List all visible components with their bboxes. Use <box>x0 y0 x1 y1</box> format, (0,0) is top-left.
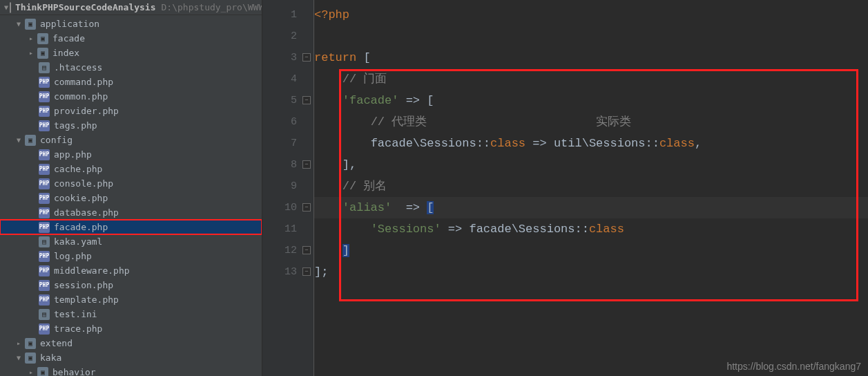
tree-file-testini[interactable]: ▤test.ini <box>0 307 262 321</box>
tree-file-command[interactable]: PHPcommand.php <box>0 75 262 89</box>
tree-folder-index[interactable]: ▸▣index <box>0 46 262 60</box>
tree-file-provider[interactable]: PHPprovider.php <box>0 104 262 118</box>
folder-icon: ▣ <box>37 367 48 377</box>
tree-label: session.php <box>54 280 113 290</box>
code-text: facade\Sessions:: <box>371 137 490 150</box>
line-number: 4 <box>262 68 314 90</box>
code-line[interactable]: // 门面 <box>314 68 868 90</box>
php-file-icon: PHP <box>39 265 50 276</box>
php-file-icon: PHP <box>39 164 50 175</box>
tree-folder-application[interactable]: ▼▣application <box>0 17 262 31</box>
project-tree[interactable]: ▼▣application ▸▣facade ▸▣index ▤.htacces… <box>0 15 262 376</box>
tree-folder-facade[interactable]: ▸▣facade <box>0 31 262 46</box>
tree-folder-config[interactable]: ▼▣config <box>0 133 262 147</box>
code-line[interactable]: return [ <box>314 47 868 68</box>
chevron-down-icon[interactable]: ▼ <box>14 135 23 145</box>
php-file-icon: PHP <box>39 222 50 233</box>
punct: , <box>695 137 702 150</box>
operator: => <box>392 201 427 214</box>
fold-icon[interactable]: − <box>302 160 311 169</box>
chevron-right-icon[interactable]: ▸ <box>14 339 23 348</box>
tree-file-tags[interactable]: PHPtags.php <box>0 118 262 133</box>
code-line[interactable]: // 别名 <box>314 176 868 197</box>
project-path: D:\phpstudy_pro\WWW\Tl <box>162 2 262 12</box>
code-line[interactable]: ], <box>314 154 868 176</box>
comment: // 门面 <box>343 73 387 86</box>
code-line[interactable]: // 代理类 实际类 <box>314 111 868 133</box>
keyword: return <box>314 51 356 64</box>
tree-file-cache[interactable]: PHPcache.php <box>0 162 262 176</box>
line-number: 6 <box>262 111 314 133</box>
project-icon <box>10 2 11 13</box>
code-line[interactable]: ] <box>314 240 868 261</box>
fold-icon[interactable]: − <box>302 96 311 104</box>
php-file-icon: PHP <box>39 178 50 189</box>
tree-folder-extend[interactable]: ▸▣extend <box>0 336 262 350</box>
tree-folder-kaka[interactable]: ▼▣kaka <box>0 350 262 365</box>
tree-label: app.php <box>54 149 92 160</box>
watermark: https://blog.csdn.net/fangkang7 <box>726 361 861 372</box>
line-number: 3− <box>262 47 314 68</box>
file-icon: ▤ <box>39 309 50 320</box>
tree-label: behavior <box>52 367 96 376</box>
bracket: [ <box>356 51 370 64</box>
tree-file-middleware[interactable]: PHPmiddleware.php <box>0 263 262 278</box>
tree-label: command.php <box>54 77 113 87</box>
tree-file-common[interactable]: PHPcommon.php <box>0 89 262 104</box>
folder-icon: ▣ <box>25 352 36 364</box>
code-line[interactable]: 'facade' => [ <box>314 90 868 111</box>
tree-file-console[interactable]: PHPconsole.php <box>0 176 262 191</box>
code-line[interactable]: ]; <box>314 261 868 283</box>
string: 'Sessions' <box>371 223 441 236</box>
code-area[interactable]: <?php return [ // 门面 'facade' => [ // 代理… <box>314 0 868 376</box>
fold-icon[interactable]: − <box>302 203 311 212</box>
string: 'alias' <box>343 201 392 214</box>
tree-file-htaccess[interactable]: ▤.htaccess <box>0 60 262 75</box>
comment: // 代理类 <box>371 115 427 129</box>
code-line[interactable]: <?php <box>314 4 868 26</box>
fold-icon[interactable]: − <box>302 246 311 254</box>
tree-label: facade.php <box>54 222 108 232</box>
code-editor[interactable]: 1 2 3− 4 5− 6 7 8− 9 10− 11 12− 13− <?ph… <box>262 0 868 376</box>
fold-icon[interactable]: − <box>302 267 311 276</box>
chevron-right-icon[interactable]: ▸ <box>26 368 36 377</box>
line-number: 2 <box>262 26 314 47</box>
chevron-down-icon[interactable]: ▼ <box>14 19 23 29</box>
project-sidebar: ▼ ThinkPHPSourceCodeAnalysis D:\phpstudy… <box>0 0 262 376</box>
code-line[interactable]: facade\Sessions::class => util\Sessions:… <box>314 133 868 154</box>
bracket: ]; <box>314 265 328 279</box>
tree-label: kaka <box>40 352 61 363</box>
tree-file-cookie[interactable]: PHPcookie.php <box>0 191 262 205</box>
tree-file-kakayaml[interactable]: ▤kaka.yaml <box>0 234 262 249</box>
tree-label: facade <box>52 33 85 44</box>
tree-file-template[interactable]: PHPtemplate.php <box>0 292 262 307</box>
keyword: class <box>659 137 695 150</box>
fold-icon[interactable]: − <box>302 53 311 62</box>
tree-folder-behavior[interactable]: ▸▣behavior <box>0 365 262 376</box>
php-file-icon: PHP <box>39 280 50 291</box>
tree-file-log[interactable]: PHPlog.php <box>0 249 262 263</box>
tree-file-trace[interactable]: PHPtrace.php <box>0 321 262 336</box>
tree-file-session[interactable]: PHPsession.php <box>0 278 262 292</box>
code-line[interactable] <box>314 26 868 47</box>
breadcrumb: ▼ ThinkPHPSourceCodeAnalysis D:\phpstudy… <box>0 0 262 15</box>
project-name[interactable]: ThinkPHPSourceCodeAnalysis <box>15 2 156 12</box>
tree-label: middleware.php <box>54 265 130 276</box>
folder-icon: ▣ <box>37 48 48 59</box>
code-line[interactable]: 'Sessions' => facade\Sessions::class <box>314 218 868 240</box>
comment: // 别名 <box>343 180 387 193</box>
code-line[interactable]: 'alias' => [ <box>314 197 868 218</box>
chevron-down-icon[interactable]: ▼ <box>14 353 23 363</box>
chevron-right-icon[interactable]: ▸ <box>26 48 36 58</box>
line-number: 5− <box>262 90 314 111</box>
tree-file-facade[interactable]: PHPfacade.php <box>0 220 262 234</box>
tree-label: common.php <box>54 91 108 102</box>
tree-label: extend <box>40 338 73 348</box>
chevron-right-icon[interactable]: ▸ <box>26 34 36 44</box>
tree-file-database[interactable]: PHPdatabase.php <box>0 205 262 220</box>
chevron-down-icon[interactable]: ▼ <box>4 3 8 12</box>
bracket: [ <box>427 201 434 214</box>
line-number: 1 <box>262 4 314 26</box>
tree-file-app[interactable]: PHPapp.php <box>0 147 262 162</box>
line-gutter: 1 2 3− 4 5− 6 7 8− 9 10− 11 12− 13− <box>262 0 314 376</box>
